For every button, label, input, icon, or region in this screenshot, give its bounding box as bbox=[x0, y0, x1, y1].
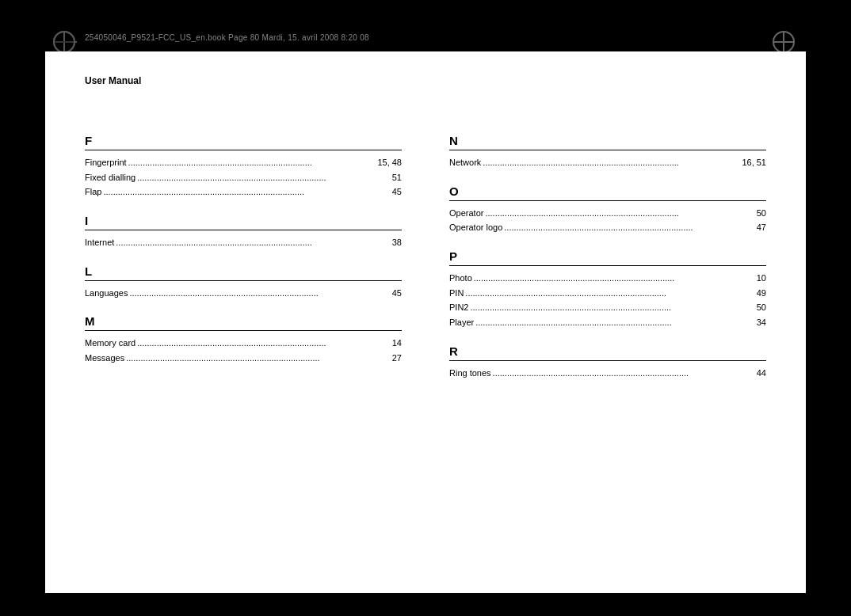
entry-messages-dots: ........................................… bbox=[126, 351, 376, 366]
index-columns: F Fingerprint ..........................… bbox=[85, 134, 766, 395]
entry-internet-label: Internet bbox=[85, 235, 114, 250]
entry-photo-dots: ........................................… bbox=[474, 271, 741, 286]
entry-memory-card: Memory card ............................… bbox=[85, 336, 402, 351]
entry-languages: Languages ..............................… bbox=[85, 286, 402, 301]
page-content: User Manual F Fingerprint ..............… bbox=[45, 51, 806, 593]
section-letter-m: M bbox=[85, 314, 402, 331]
page: 254050046_P9521-FCC_US_en.book Page 80 M… bbox=[45, 23, 806, 593]
entry-messages-label: Messages bbox=[85, 351, 124, 366]
entry-player: Player .................................… bbox=[449, 315, 766, 330]
section-i: I Internet .............................… bbox=[85, 214, 402, 250]
entry-pin-label: PIN bbox=[449, 286, 464, 301]
entry-pin-page: 49 bbox=[742, 286, 766, 301]
section-p: P Photo ................................… bbox=[449, 249, 766, 330]
entry-operator-label: Operator bbox=[449, 206, 483, 221]
section-p-entries: Photo ..................................… bbox=[449, 271, 766, 330]
entry-fingerprint-page: 15, 48 bbox=[377, 155, 402, 170]
entry-languages-label: Languages bbox=[85, 286, 128, 301]
section-l-entries: Languages ..............................… bbox=[85, 286, 402, 301]
section-r: R Ring tones ...........................… bbox=[449, 344, 766, 381]
entry-flap-dots: ........................................… bbox=[103, 184, 376, 200]
entry-player-label: Player bbox=[449, 315, 474, 330]
entry-messages-page: 27 bbox=[378, 351, 402, 366]
entry-ring-tones-dots: ........................................… bbox=[493, 366, 741, 381]
section-letter-n: N bbox=[449, 134, 766, 150]
section-i-entries: Internet ...............................… bbox=[85, 235, 402, 250]
entry-internet-page: 38 bbox=[378, 235, 402, 250]
entry-fingerprint-dots: ........................................… bbox=[128, 155, 376, 170]
entry-operator: Operator ...............................… bbox=[449, 206, 766, 221]
entry-operator-logo-dots: ........................................… bbox=[504, 220, 741, 235]
entry-flap: Flap ...................................… bbox=[85, 184, 402, 200]
entry-network-label: Network bbox=[449, 155, 481, 170]
entry-languages-page: 45 bbox=[378, 286, 402, 301]
entry-pin2-dots: ........................................… bbox=[470, 300, 741, 315]
entry-fingerprint: Fingerprint ............................… bbox=[85, 155, 402, 170]
entry-flap-label: Flap bbox=[85, 184, 101, 200]
section-letter-i: I bbox=[85, 214, 402, 230]
top-bar-text: 254050046_P9521-FCC_US_en.book Page 80 M… bbox=[85, 33, 369, 42]
entry-pin: PIN ....................................… bbox=[449, 286, 766, 301]
entry-photo-page: 10 bbox=[742, 271, 766, 286]
section-f-entries: Fingerprint ............................… bbox=[85, 155, 402, 200]
entry-languages-dots: ........................................… bbox=[129, 286, 376, 301]
entry-operator-dots: ........................................… bbox=[485, 206, 741, 221]
entry-operator-logo-label: Operator logo bbox=[449, 220, 502, 235]
entry-memory-card-page: 14 bbox=[378, 336, 402, 351]
entry-player-page: 34 bbox=[742, 315, 766, 330]
section-m-entries: Memory card ............................… bbox=[85, 336, 402, 365]
section-n-entries: Network ................................… bbox=[449, 155, 766, 170]
entry-messages: Messages ...............................… bbox=[85, 351, 402, 366]
left-column: F Fingerprint ..........................… bbox=[85, 134, 426, 395]
section-f: F Fingerprint ..........................… bbox=[85, 134, 402, 200]
section-o: O Operator .............................… bbox=[449, 184, 766, 235]
entry-network-page: 16, 51 bbox=[742, 155, 766, 170]
section-letter-o: O bbox=[449, 184, 766, 201]
section-letter-f: F bbox=[85, 134, 402, 150]
entry-operator-logo-page: 47 bbox=[742, 220, 766, 235]
entry-internet: Internet ...............................… bbox=[85, 235, 402, 250]
entry-network-dots: ........................................… bbox=[483, 155, 740, 170]
top-bar: 254050046_P9521-FCC_US_en.book Page 80 M… bbox=[45, 23, 806, 51]
entry-photo: Photo ..................................… bbox=[449, 271, 766, 286]
entry-network: Network ................................… bbox=[449, 155, 766, 170]
user-manual-title: User Manual bbox=[85, 75, 766, 86]
entry-ring-tones: Ring tones .............................… bbox=[449, 366, 766, 381]
section-o-entries: Operator ...............................… bbox=[449, 206, 766, 235]
section-letter-l: L bbox=[85, 264, 402, 281]
entry-ring-tones-label: Ring tones bbox=[449, 366, 491, 381]
entry-operator-logo: Operator logo ..........................… bbox=[449, 220, 766, 235]
section-letter-p: P bbox=[449, 249, 766, 266]
section-n: N Network ..............................… bbox=[449, 134, 766, 170]
entry-internet-dots: ........................................… bbox=[116, 235, 376, 250]
entry-pin-dots: ........................................… bbox=[465, 286, 741, 301]
entry-fixed-dialling: Fixed dialling .........................… bbox=[85, 170, 402, 185]
entry-fixed-dialling-page: 51 bbox=[378, 170, 402, 185]
entry-photo-label: Photo bbox=[449, 271, 472, 286]
entry-ring-tones-page: 44 bbox=[742, 366, 766, 381]
entry-pin2-label: PIN2 bbox=[449, 300, 468, 315]
section-r-entries: Ring tones .............................… bbox=[449, 366, 766, 381]
entry-fixed-dialling-label: Fixed dialling bbox=[85, 170, 135, 185]
entry-fixed-dialling-dots: ........................................… bbox=[137, 170, 376, 185]
right-column: N Network ..............................… bbox=[426, 134, 766, 395]
entry-fingerprint-label: Fingerprint bbox=[85, 155, 127, 170]
entry-player-dots: ........................................… bbox=[475, 315, 741, 330]
section-l: L Languages ............................… bbox=[85, 264, 402, 301]
entry-memory-card-label: Memory card bbox=[85, 336, 135, 351]
section-letter-r: R bbox=[449, 344, 766, 361]
section-m: M Memory card ..........................… bbox=[85, 314, 402, 365]
entry-operator-page: 50 bbox=[742, 206, 766, 221]
entry-pin2-page: 50 bbox=[742, 300, 766, 315]
entry-memory-card-dots: ........................................… bbox=[137, 336, 376, 351]
entry-pin2: PIN2 ...................................… bbox=[449, 300, 766, 315]
entry-flap-page: 45 bbox=[378, 184, 402, 200]
